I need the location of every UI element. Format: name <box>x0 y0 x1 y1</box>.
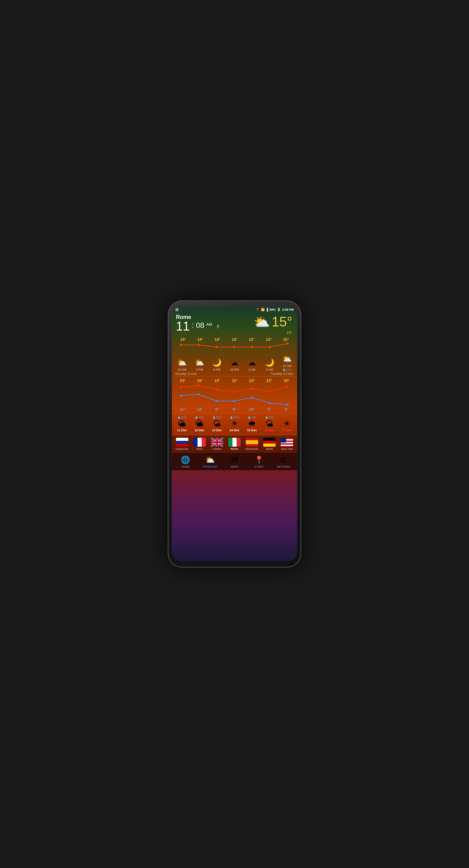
svg-point-12 <box>269 390 271 393</box>
weekly-item-4[interactable]: 💧75% 🌧 15 Dec <box>243 415 261 433</box>
location-icon: 📍 <box>256 308 259 311</box>
city-label-barcelona: Barcelona <box>246 447 258 450</box>
daily-high-5: 12° <box>261 379 278 383</box>
city-item-rome[interactable]: Rome <box>226 438 243 450</box>
daily-low-3: 6° <box>226 407 243 411</box>
nav-settings-label: SETTINGS <box>277 465 290 468</box>
weekly-item-1[interactable]: 💧40% 🌦 12 Dec <box>191 415 208 433</box>
svg-point-7 <box>180 386 182 388</box>
nav-forecast-label: FORECAST <box>203 465 218 468</box>
weekly-date-3: 14 Dec <box>229 429 239 432</box>
bottom-nav: 🌐 HOME ⛅ FORECAST 🗺 MAPS 📍 CITIES ⚙ <box>172 452 297 470</box>
nav-settings[interactable]: ⚙ SETTINGS <box>271 456 296 468</box>
hourly-time-6: 10 AM <box>283 364 292 368</box>
weekly-date-5: 16 Dec <box>265 429 275 432</box>
battery-icon: 🔋 <box>277 308 281 311</box>
settings-icon: ⚙ <box>280 456 287 464</box>
clock: 2:08 PM <box>282 308 294 311</box>
svg-point-8 <box>198 384 200 386</box>
daily-high-3: 12° <box>226 379 243 383</box>
hourly-item-1: ⛅ 2 PM <box>191 358 208 371</box>
city-item-barcelona[interactable]: Barcelona <box>243 438 261 450</box>
hourly-temp-2: 13° <box>215 337 220 342</box>
svg-point-9 <box>215 388 217 390</box>
hourly-temp-1: 14° <box>198 337 203 342</box>
svg-rect-21 <box>176 438 188 441</box>
city-item-ulyanovsk[interactable]: Ulyanovsk <box>173 438 191 450</box>
battery-pct: 89% <box>269 308 276 311</box>
flag-ru <box>176 438 188 447</box>
rain-15pct: 💧15% <box>282 368 291 371</box>
hourly-time-0: 10 AM <box>178 368 187 371</box>
hourly-item-5: 🌙 6 AM <box>261 358 278 371</box>
weekly-item-3[interactable]: 💧10% ☀ 14 Dec <box>226 415 243 433</box>
nav-maps[interactable]: 🗺 MAPS <box>222 456 247 468</box>
weekly-date-0: 11 Dec <box>177 429 187 432</box>
hourly-temp-0: 14° <box>180 337 186 342</box>
nav-home[interactable]: 🌐 HOME <box>173 456 198 468</box>
svg-rect-41 <box>246 444 258 447</box>
weekly-item-6[interactable]: 💧 ☀ 17 Dec <box>278 415 296 433</box>
daily-low-4: 10° <box>243 407 261 411</box>
city-label-newyork: New York <box>281 447 293 450</box>
svg-point-20 <box>287 404 289 406</box>
daily-high-6: 10° <box>278 379 295 383</box>
hourly-icon-3: ☁ <box>231 358 238 367</box>
svg-rect-48 <box>281 445 293 446</box>
maps-icon: 🗺 <box>231 456 238 464</box>
svg-rect-37 <box>232 438 237 447</box>
hourly-temps: 14° 14° 13° 13° 13° 13° 15° <box>172 337 297 342</box>
svg-rect-43 <box>263 441 276 444</box>
daily-high-4: 13° <box>243 379 261 383</box>
time-colon: : <box>192 320 194 329</box>
flag-fr <box>193 438 206 447</box>
nav-forecast[interactable]: ⛅ FORECAST <box>198 456 223 468</box>
nav-home-label: HOME <box>181 465 190 468</box>
weather-background: 🖼 📍 📶 ▐ 89% 🔋 2:08 PM Rome 11 : 08 <box>172 307 297 561</box>
city-item-newyork[interactable]: New York <box>278 438 296 450</box>
nav-cities[interactable]: 📍 CITIES <box>247 456 271 468</box>
city-item-paris[interactable]: Paris <box>191 438 208 450</box>
home-icon: 🌐 <box>181 456 190 464</box>
flag-gb <box>211 438 223 447</box>
weekly-date-1: 12 Dec <box>194 429 204 432</box>
weekly-date-4: 15 Dec <box>247 429 257 432</box>
hourly-item-2: 🌙 6 PM <box>208 358 226 371</box>
day-label-row: Monday 11 Dec. Tuesday 12 Dec. <box>172 371 297 376</box>
divider-2 <box>172 413 297 413</box>
weekly-item-0[interactable]: 💧50% 🌥 11 Dec <box>173 415 191 433</box>
nav-cities-label: CITIES <box>255 465 264 468</box>
phone-screen: 🖼 📍 📶 ▐ 89% 🔋 2:08 PM Rome 11 : 08 <box>172 307 297 561</box>
share-icon[interactable]: ⇧ <box>216 324 220 329</box>
weekly-icon-2: 🌤 <box>213 419 221 429</box>
svg-point-15 <box>198 393 200 395</box>
weekly-item-2[interactable]: 💧55% 🌤 13 Dec <box>208 415 226 433</box>
forecast-icon: ⛅ <box>205 456 215 464</box>
rain-5: 💧35% <box>265 416 274 419</box>
city-label-paris: Paris <box>197 447 203 450</box>
weekly-icon-1: 🌦 <box>195 419 204 429</box>
divider-3 <box>172 434 297 434</box>
daily-low-2: 6° <box>208 407 226 411</box>
hourly-time-1: 2 PM <box>196 368 203 371</box>
status-left: 🖼 <box>175 308 178 311</box>
hourly-temp-3: 13° <box>232 337 238 342</box>
phone-frame: 🖼 📍 📶 ▐ 89% 🔋 2:08 PM Rome 11 : 08 <box>168 300 301 568</box>
svg-point-1 <box>198 344 200 346</box>
city-item-berlin[interactable]: Berlin <box>261 438 278 450</box>
photo-icon: 🖼 <box>175 308 178 311</box>
hourly-icon-2: 🌙 <box>212 358 221 367</box>
flag-de <box>263 438 276 447</box>
hourly-temp-5: 13° <box>266 337 272 342</box>
hourly-icon-5: 🌙 <box>265 358 274 367</box>
weekly-date-2: 13 Dec <box>212 429 222 432</box>
city-item-london[interactable]: London <box>208 438 226 450</box>
hourly-icons-row: ⛅ 10 AM ⛅ 2 PM 🌙 6 PM ☁ 10 PM ☁ 2 AM <box>172 352 297 371</box>
cities-icon: 📍 <box>254 456 264 464</box>
weekly-section: 💧50% 🌥 11 Dec 💧40% 🌦 12 Dec 💧55% 🌤 13 De… <box>172 415 297 433</box>
nav-maps-label: MAPS <box>231 465 239 468</box>
wifi-icon: 📶 <box>261 308 265 311</box>
weekly-item-5[interactable]: 💧35% 🌤 16 Dec <box>261 415 278 433</box>
svg-point-18 <box>251 397 253 399</box>
hourly-icon-1: ⛅ <box>195 358 204 367</box>
